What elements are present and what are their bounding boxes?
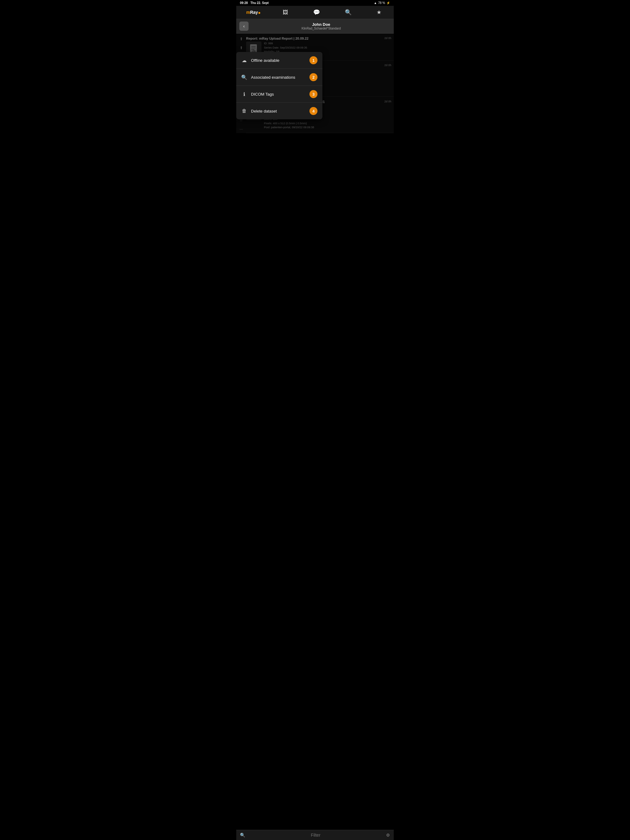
logo-dot xyxy=(258,12,260,14)
app-logo: mRay xyxy=(246,10,260,15)
trash-icon: 🗑 xyxy=(241,108,247,114)
associated-examinations-label: Associated examinations xyxy=(251,75,309,80)
study-label: KlinRad_Schaedel^Standard xyxy=(252,27,391,30)
patient-name: John Doe xyxy=(252,22,391,27)
associated-badge: 2 xyxy=(309,73,317,81)
associated-examinations-menu-item[interactable]: 🔍 Associated examinations 2 xyxy=(236,69,322,86)
delete-dataset-menu-item[interactable]: 🗑 Delete dataset 4 xyxy=(236,103,322,119)
status-time: 09:28 Thu 22. Sept xyxy=(240,1,269,5)
offline-badge: 1 xyxy=(309,56,317,64)
chat-nav-icon[interactable]: 💬 xyxy=(311,8,322,17)
info-icon: ℹ xyxy=(241,91,247,97)
back-button[interactable]: ‹ xyxy=(239,22,249,31)
cloud-icon: ☁ xyxy=(241,57,247,63)
delete-badge: 4 xyxy=(309,107,317,115)
dicom-tags-label: DICOM Tags xyxy=(251,92,309,96)
offline-available-label: Offline available xyxy=(251,58,309,63)
offline-available-menu-item[interactable]: ☁ Offline available 1 xyxy=(236,52,322,69)
images-nav-icon[interactable]: 🖼 xyxy=(280,8,291,17)
battery-icon: ⚡ xyxy=(386,1,390,5)
search-nav-icon[interactable]: 🔍 xyxy=(342,8,354,17)
battery-level: 78 % xyxy=(378,1,385,5)
context-menu: ☁ Offline available 1 🔍 Associated exami… xyxy=(236,52,322,119)
nav-bar: mRay 🖼 💬 🔍 ★ xyxy=(236,6,394,19)
main-content: ⬆ ⬆ 2d 0h Report: mRay Upload Report | 2… xyxy=(236,33,394,133)
study-header: ‹ John Doe KlinRad_Schaedel^Standard xyxy=(236,19,394,33)
associated-icon: 🔍 xyxy=(241,74,247,80)
dicom-tags-menu-item[interactable]: ℹ DICOM Tags 3 xyxy=(236,86,322,103)
favorites-nav-icon[interactable]: ★ xyxy=(374,8,384,17)
dicom-badge: 3 xyxy=(309,90,317,98)
delete-dataset-label: Delete dataset xyxy=(251,109,309,114)
header-patient-info: John Doe KlinRad_Schaedel^Standard xyxy=(252,22,391,30)
status-right: ▲ 78 % ⚡ xyxy=(374,1,390,5)
status-bar: 09:28 Thu 22. Sept ▲ 78 % ⚡ xyxy=(236,0,394,6)
wifi-icon: ▲ xyxy=(374,1,377,5)
